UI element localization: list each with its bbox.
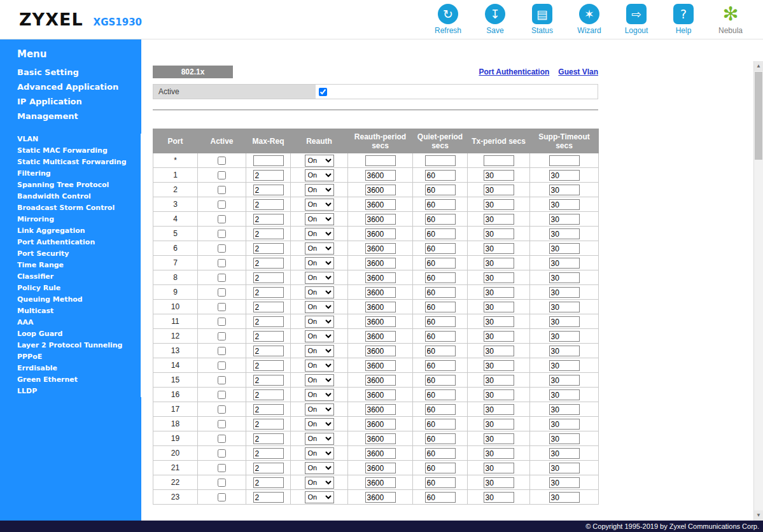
port-active-checkbox[interactable] <box>218 376 226 384</box>
port-active-checkbox[interactable] <box>218 244 226 253</box>
quiet-period-input[interactable] <box>425 419 456 430</box>
quiet-period-input[interactable] <box>425 243 456 254</box>
port-active-checkbox[interactable] <box>218 259 226 267</box>
supp-timeout-input[interactable] <box>549 199 580 210</box>
supp-timeout-input[interactable] <box>549 375 580 386</box>
tx-period-input[interactable] <box>484 463 514 473</box>
max-req-input[interactable] <box>253 331 284 342</box>
tx-period-input[interactable] <box>484 331 514 342</box>
max-req-input[interactable] <box>253 185 284 195</box>
sidebar-subitem-port-authentication[interactable]: Port Authentication <box>0 237 141 248</box>
supp-timeout-input[interactable] <box>549 243 580 254</box>
reauth-period-input[interactable] <box>365 346 396 356</box>
max-req-input[interactable] <box>253 477 284 488</box>
port-active-checkbox[interactable] <box>218 449 226 458</box>
tx-period-input[interactable] <box>484 272 514 283</box>
reauth-period-input[interactable] <box>365 214 396 225</box>
max-req-input[interactable] <box>253 448 284 459</box>
supp-timeout-input[interactable] <box>549 185 580 195</box>
port-active-checkbox[interactable] <box>218 157 226 165</box>
supp-timeout-input[interactable] <box>549 346 580 356</box>
port-active-checkbox[interactable] <box>218 361 226 370</box>
max-req-input[interactable] <box>253 272 284 283</box>
quiet-period-input[interactable] <box>425 185 456 195</box>
supp-timeout-input[interactable] <box>549 258 580 269</box>
reauth-select[interactable]: On <box>305 169 334 181</box>
quiet-period-input[interactable] <box>425 331 456 342</box>
sidebar-item-advanced-application[interactable]: Advanced Application <box>0 80 141 94</box>
supp-timeout-input[interactable] <box>549 389 580 400</box>
tx-period-input[interactable] <box>484 287 514 298</box>
supp-timeout-input[interactable] <box>549 448 580 459</box>
supp-timeout-input[interactable] <box>549 419 580 430</box>
supp-timeout-input[interactable] <box>549 404 580 415</box>
reauth-period-input[interactable] <box>365 199 396 210</box>
sidebar-subitem-errdisable[interactable]: Errdisable <box>0 363 141 374</box>
quiet-period-input[interactable] <box>425 346 456 356</box>
quiet-period-input[interactable] <box>425 272 456 283</box>
sidebar-item-ip-application[interactable]: IP Application <box>0 94 141 109</box>
sidebar-item-management[interactable]: Management <box>0 109 141 123</box>
port-active-checkbox[interactable] <box>218 493 226 501</box>
reauth-period-input[interactable] <box>365 463 396 473</box>
reauth-select[interactable]: On <box>305 360 334 372</box>
active-checkbox[interactable] <box>319 88 327 96</box>
max-req-input[interactable] <box>253 433 284 444</box>
quiet-period-input[interactable] <box>425 170 456 181</box>
sidebar-subitem-port-security[interactable]: Port Security <box>0 248 141 260</box>
sidebar-subitem-vlan[interactable]: VLAN <box>0 134 141 145</box>
sidebar-subitem-link-aggregation[interactable]: Link Aggregation <box>0 225 141 237</box>
reauth-period-input[interactable] <box>365 185 396 195</box>
sidebar-subitem-multicast[interactable]: Multicast <box>0 305 141 317</box>
quiet-period-input[interactable] <box>425 302 456 312</box>
reauth-period-input[interactable] <box>365 419 396 430</box>
reauth-period-input[interactable] <box>365 155 396 166</box>
sidebar-subitem-spanning-tree-protocol[interactable]: Spanning Tree Protocol <box>0 179 141 191</box>
reauth-select[interactable]: On <box>305 257 334 269</box>
supp-timeout-input[interactable] <box>549 433 580 444</box>
quiet-period-input[interactable] <box>425 199 456 210</box>
max-req-input[interactable] <box>253 404 284 415</box>
reauth-select[interactable]: On <box>305 345 334 357</box>
quiet-period-input[interactable] <box>425 375 456 386</box>
tx-period-input[interactable] <box>484 199 514 210</box>
reauth-period-input[interactable] <box>365 389 396 400</box>
reauth-period-input[interactable] <box>365 316 396 327</box>
reauth-period-input[interactable] <box>365 448 396 459</box>
quiet-period-input[interactable] <box>425 389 456 400</box>
reauth-period-input[interactable] <box>365 170 396 181</box>
max-req-input[interactable] <box>253 199 284 210</box>
quiet-period-input[interactable] <box>425 360 456 371</box>
reauth-select[interactable]: On <box>305 374 334 386</box>
save-button[interactable]: ↧Save <box>479 4 511 35</box>
max-req-input[interactable] <box>253 170 284 181</box>
scrollbar-thumb[interactable] <box>755 72 762 160</box>
sidebar-subitem-filtering[interactable]: Filtering <box>0 168 141 179</box>
reauth-select[interactable]: On <box>305 462 334 474</box>
tx-period-input[interactable] <box>484 360 514 371</box>
reauth-select[interactable]: On <box>305 272 334 284</box>
scrollbar-down-icon[interactable]: ▼ <box>754 510 763 521</box>
port-active-checkbox[interactable] <box>218 464 226 472</box>
tx-period-input[interactable] <box>484 170 514 181</box>
reauth-period-input[interactable] <box>365 360 396 371</box>
max-req-input[interactable] <box>253 287 284 298</box>
port-active-checkbox[interactable] <box>218 200 226 209</box>
logout-button[interactable]: ⇨Logout <box>620 4 652 35</box>
reauth-select[interactable]: On <box>305 199 334 211</box>
max-req-input[interactable] <box>253 360 284 371</box>
scrollbar-up-icon[interactable]: ▲ <box>754 61 763 71</box>
supp-timeout-input[interactable] <box>549 492 580 503</box>
reauth-period-input[interactable] <box>365 375 396 386</box>
wizard-button[interactable]: ✶Wizard <box>573 4 605 35</box>
reauth-period-input[interactable] <box>365 272 396 283</box>
sidebar-subitem-static-multicast-forwarding[interactable]: Static Multicast Forwarding <box>0 157 141 168</box>
sidebar-subitem-layer-2-protocol-tunneling[interactable]: Layer 2 Protocol Tunneling <box>0 340 141 351</box>
reauth-select[interactable]: On <box>305 301 334 313</box>
max-req-input[interactable] <box>253 375 284 386</box>
reauth-period-input[interactable] <box>365 228 396 239</box>
reauth-select[interactable]: On <box>305 184 334 196</box>
supp-timeout-input[interactable] <box>549 272 580 283</box>
port-active-checkbox[interactable] <box>218 405 226 414</box>
reauth-select[interactable]: On <box>305 433 334 445</box>
